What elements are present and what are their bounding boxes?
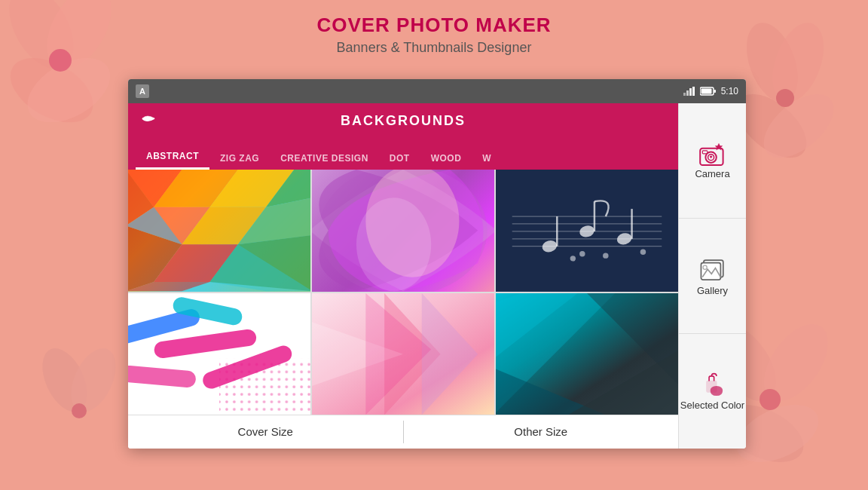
svg-rect-18 [683,93,686,96]
svg-point-55 [579,251,585,256]
grid-cell-4[interactable] [128,293,310,415]
svg-point-17 [760,389,781,410]
cover-size-button[interactable]: Cover Size [128,419,403,444]
gallery-sidebar-item[interactable]: Gallery [679,219,746,334]
status-indicator: A [136,84,149,98]
color-picker-icon [699,372,726,400]
tab-dot[interactable]: DOT [379,147,420,170]
grid-cell-2[interactable] [312,170,494,291]
svg-point-10 [33,347,96,419]
grid-cell-6[interactable] [496,293,678,415]
svg-point-8 [753,82,845,170]
right-sidebar: Camera Gallery [678,103,746,449]
tabs-bar: ABSTRACT ZIG ZAG CREATIVE DESIGN DOT WOO… [128,139,678,170]
other-size-button[interactable]: Other Size [404,419,679,444]
signal-icon [683,87,695,96]
tab-wood[interactable]: WOOD [420,147,472,170]
svg-point-57 [640,250,646,255]
tab-zigzag[interactable]: ZIG ZAG [209,147,270,170]
selected-color-label: Selected Color [680,400,744,411]
tab-w[interactable]: W [472,147,502,170]
svg-rect-23 [714,90,716,93]
svg-point-9 [776,89,794,107]
svg-rect-64 [219,358,310,414]
svg-rect-20 [689,88,692,96]
grid-cell-1[interactable] [128,170,310,291]
selected-color-sidebar-item[interactable]: Selected Color [679,334,746,449]
battery-icon [700,87,717,96]
svg-point-41 [356,198,431,291]
header-title: BACKGROUNDS [341,113,466,129]
camera-sidebar-item[interactable]: Camera [679,103,746,219]
status-time: 5:10 [721,86,738,96]
status-bar: A 5:10 [128,79,746,103]
svg-point-11 [62,347,124,419]
app-subtitle: Banners & Thumbnails Designer [0,40,868,56]
bottom-bar: Cover Size Other Size [128,415,678,449]
svg-point-14 [751,313,841,412]
app-title: COVER PHOTO MAKER [0,14,868,37]
tab-abstract[interactable]: ABSTRACT [136,145,209,170]
gallery-label: Gallery [697,285,728,296]
phone-frame: A 5:10 [128,79,746,449]
grid-cell-3[interactable] [496,170,678,291]
backgrounds-grid [128,170,678,415]
svg-rect-19 [686,90,689,96]
app-header: BACKGROUNDS [128,103,678,139]
svg-point-54 [570,256,576,261]
grid-cell-5[interactable] [312,293,494,415]
camera-icon [698,142,728,168]
tab-creative-design[interactable]: CREATIVE DESIGN [270,147,379,170]
back-button[interactable] [139,110,162,131]
svg-point-12 [72,403,87,418]
camera-label: Camera [695,168,729,179]
svg-point-56 [603,253,608,259]
gallery-icon [698,256,727,285]
svg-rect-21 [692,87,695,96]
svg-rect-24 [701,89,711,94]
